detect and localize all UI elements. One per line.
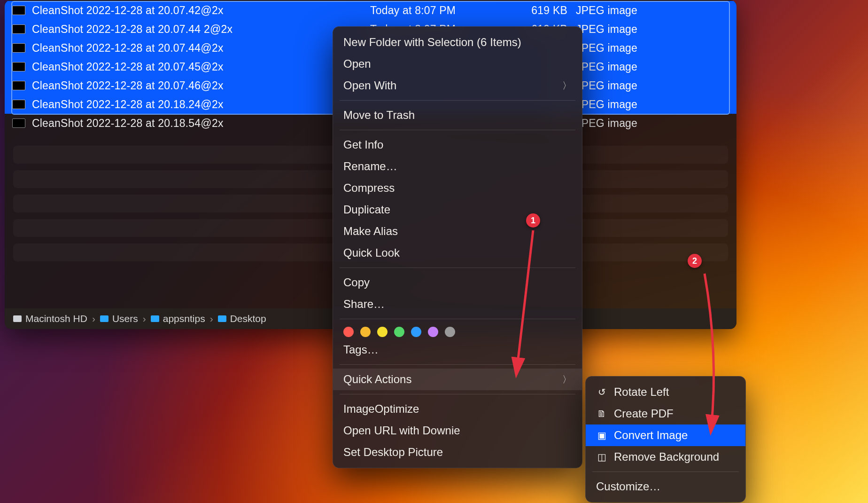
file-name: CleanShot 2022-12-28 at 20.07.44@2x (32, 42, 370, 55)
file-name: CleanShot 2022-12-28 at 20.07.42@2x (32, 4, 370, 17)
tag-color-dot[interactable] (377, 327, 388, 337)
menu-divider (592, 472, 739, 472)
path-segment[interactable]: Desktop (218, 313, 266, 324)
menu-open-with[interactable]: Open With〉 (333, 75, 582, 96)
chevron-right-icon: 〉 (562, 78, 572, 94)
tag-color-dot[interactable] (411, 327, 421, 337)
file-icon (12, 81, 25, 90)
quick-actions-submenu: ↺ Rotate Left 🗎 Create PDF ▣ Convert Ima… (585, 376, 746, 503)
file-row[interactable]: CleanShot 2022-12-28 at 20.07.42@2xToday… (5, 1, 736, 20)
menu-open-url-downie[interactable]: Open URL with Downie (333, 420, 582, 441)
folder-icon (218, 315, 226, 322)
menu-divider (340, 130, 575, 130)
submenu-convert-image[interactable]: ▣ Convert Image (586, 424, 745, 446)
folder-icon (100, 315, 108, 322)
file-date: Today at 8:07 PM (370, 4, 506, 17)
submenu-customize[interactable]: Customize… (586, 476, 745, 497)
menu-divider (340, 319, 575, 319)
file-name: CleanShot 2022-12-28 at 20.07.44 2@2x (32, 23, 370, 36)
menu-image-optimize[interactable]: ImageOptimize (333, 398, 582, 420)
submenu-create-pdf[interactable]: 🗎 Create PDF (586, 403, 745, 424)
menu-get-info[interactable]: Get Info (333, 134, 582, 156)
chevron-right-icon: 〉 (562, 371, 572, 387)
file-kind: JPEG image (567, 42, 729, 55)
menu-copy[interactable]: Copy (333, 272, 582, 293)
context-menu: New Folder with Selection (6 Items) Open… (333, 26, 582, 468)
file-kind: JPEG image (567, 117, 729, 130)
submenu-rotate-left[interactable]: ↺ Rotate Left (586, 381, 745, 403)
menu-duplicate[interactable]: Duplicate (333, 199, 582, 220)
menu-divider (340, 364, 575, 365)
file-kind: JPEG image (567, 79, 729, 92)
menu-quick-look[interactable]: Quick Look (333, 242, 582, 264)
tag-color-row (333, 323, 582, 339)
menu-divider (340, 267, 575, 268)
file-size: 619 KB (506, 4, 567, 17)
path-separator: › (143, 313, 146, 324)
submenu-remove-background[interactable]: ◫ Remove Background (586, 446, 745, 468)
tag-color-dot[interactable] (360, 327, 371, 337)
tag-color-dot[interactable] (445, 327, 455, 337)
menu-divider (340, 100, 575, 101)
file-icon (12, 43, 25, 53)
path-segment[interactable]: appsntips (151, 313, 205, 324)
file-name: CleanShot 2022-12-28 at 20.18.54@2x (32, 117, 370, 130)
document-icon: 🗎 (596, 408, 607, 419)
menu-share[interactable]: Share… (333, 293, 582, 315)
file-kind: JPEG image (567, 4, 729, 17)
menu-compress[interactable]: Compress (333, 177, 582, 199)
tag-color-dot[interactable] (428, 327, 438, 337)
image-icon: ▣ (596, 430, 607, 441)
file-icon (12, 118, 25, 128)
tag-color-dot[interactable] (343, 327, 354, 337)
file-name: CleanShot 2022-12-28 at 20.07.45@2x (32, 61, 370, 73)
file-name: CleanShot 2022-12-28 at 20.18.24@2x (32, 98, 370, 111)
tag-color-dot[interactable] (394, 327, 404, 337)
remove-bg-icon: ◫ (596, 451, 607, 463)
annotation-badge-2: 2 (688, 254, 702, 268)
menu-divider (340, 394, 575, 394)
file-kind: JPEG image (567, 61, 729, 73)
annotation-badge-1: 1 (526, 213, 540, 228)
menu-new-folder[interactable]: New Folder with Selection (6 Items) (333, 31, 582, 53)
rotate-left-icon: ↺ (596, 386, 607, 398)
menu-set-desktop-picture[interactable]: Set Desktop Picture (333, 441, 582, 463)
file-kind: JPEG image (567, 98, 729, 111)
menu-make-alias[interactable]: Make Alias (333, 220, 582, 242)
drive-icon (13, 315, 22, 322)
file-icon (12, 6, 25, 15)
path-separator: › (210, 313, 213, 324)
file-icon (12, 100, 25, 109)
folder-icon (151, 315, 159, 322)
menu-quick-actions[interactable]: Quick Actions〉 (333, 369, 582, 390)
path-segment[interactable]: Macintosh HD (13, 313, 87, 324)
path-segment[interactable]: Users (100, 313, 138, 324)
menu-move-to-trash[interactable]: Move to Trash (333, 104, 582, 126)
file-icon (12, 62, 25, 71)
file-kind: JPEG image (567, 23, 729, 36)
file-name: CleanShot 2022-12-28 at 20.07.46@2x (32, 79, 370, 92)
menu-tags[interactable]: Tags… (333, 339, 582, 361)
path-separator: › (92, 313, 95, 324)
menu-rename[interactable]: Rename… (333, 156, 582, 177)
file-icon (12, 24, 25, 34)
menu-open[interactable]: Open (333, 53, 582, 75)
